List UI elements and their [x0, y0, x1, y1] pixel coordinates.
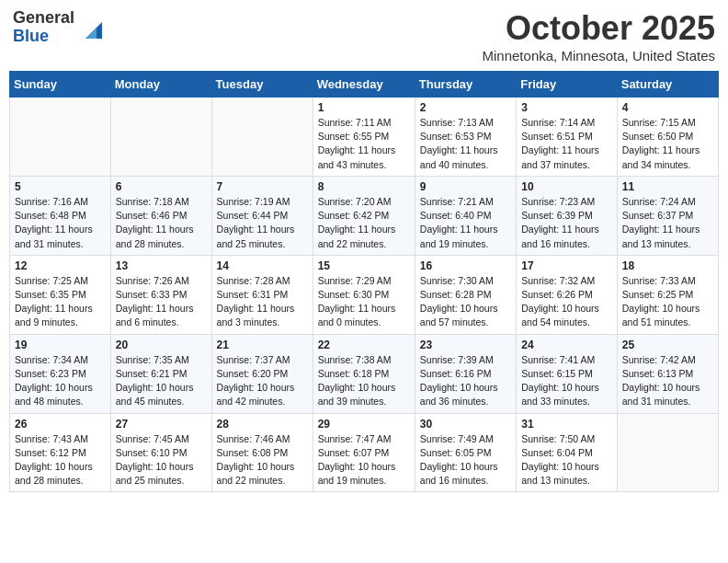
- calendar-week-row: 1Sunrise: 7:11 AM Sunset: 6:55 PM Daylig…: [10, 98, 719, 177]
- calendar-week-row: 19Sunrise: 7:34 AM Sunset: 6:23 PM Dayli…: [10, 334, 719, 413]
- calendar-cell: 29Sunrise: 7:47 AM Sunset: 6:07 PM Dayli…: [313, 413, 415, 492]
- day-number: 27: [116, 418, 207, 431]
- day-info: Sunrise: 7:29 AM Sunset: 6:30 PM Dayligh…: [318, 274, 410, 330]
- calendar-week-row: 12Sunrise: 7:25 AM Sunset: 6:35 PM Dayli…: [10, 255, 719, 334]
- day-number: 9: [420, 180, 511, 193]
- calendar-cell: 1Sunrise: 7:11 AM Sunset: 6:55 PM Daylig…: [313, 98, 415, 177]
- location-text: Minnetonka, Minnesota, United States: [483, 48, 715, 63]
- col-header-tuesday: Tuesday: [211, 72, 313, 98]
- calendar-cell: 6Sunrise: 7:18 AM Sunset: 6:46 PM Daylig…: [110, 176, 211, 255]
- day-number: 6: [116, 180, 207, 193]
- month-title: October 2025: [483, 9, 715, 48]
- calendar-cell: 24Sunrise: 7:41 AM Sunset: 6:15 PM Dayli…: [517, 334, 618, 413]
- day-info: Sunrise: 7:35 AM Sunset: 6:21 PM Dayligh…: [116, 353, 207, 409]
- calendar-cell: 7Sunrise: 7:19 AM Sunset: 6:44 PM Daylig…: [211, 176, 313, 255]
- day-number: 19: [15, 339, 106, 351]
- calendar-cell: 27Sunrise: 7:45 AM Sunset: 6:10 PM Dayli…: [110, 413, 211, 492]
- calendar-cell: 14Sunrise: 7:28 AM Sunset: 6:31 PM Dayli…: [211, 255, 313, 334]
- day-number: 13: [116, 259, 207, 272]
- calendar-cell: 26Sunrise: 7:43 AM Sunset: 6:12 PM Dayli…: [10, 413, 111, 492]
- calendar-week-row: 26Sunrise: 7:43 AM Sunset: 6:12 PM Dayli…: [10, 413, 719, 492]
- calendar-cell: [211, 98, 313, 177]
- day-number: 7: [217, 180, 308, 193]
- calendar-cell: [617, 413, 718, 492]
- col-header-sunday: Sunday: [10, 72, 111, 98]
- day-info: Sunrise: 7:47 AM Sunset: 6:07 PM Dayligh…: [318, 432, 410, 488]
- day-info: Sunrise: 7:13 AM Sunset: 6:53 PM Dayligh…: [420, 116, 511, 172]
- day-number: 26: [15, 418, 106, 431]
- day-info: Sunrise: 7:46 AM Sunset: 6:08 PM Dayligh…: [217, 432, 308, 488]
- day-number: 30: [420, 418, 511, 431]
- calendar-cell: 28Sunrise: 7:46 AM Sunset: 6:08 PM Dayli…: [211, 413, 313, 492]
- calendar-cell: 20Sunrise: 7:35 AM Sunset: 6:21 PM Dayli…: [110, 334, 211, 413]
- day-info: Sunrise: 7:14 AM Sunset: 6:51 PM Dayligh…: [521, 116, 612, 172]
- calendar-cell: 30Sunrise: 7:49 AM Sunset: 6:05 PM Dayli…: [415, 413, 516, 492]
- day-info: Sunrise: 7:49 AM Sunset: 6:05 PM Dayligh…: [420, 432, 511, 488]
- day-info: Sunrise: 7:38 AM Sunset: 6:18 PM Dayligh…: [318, 353, 410, 409]
- day-number: 22: [318, 339, 410, 351]
- logo-blue-text: Blue: [13, 28, 74, 46]
- day-info: Sunrise: 7:20 AM Sunset: 6:42 PM Dayligh…: [318, 195, 410, 251]
- col-header-wednesday: Wednesday: [313, 72, 415, 98]
- day-info: Sunrise: 7:30 AM Sunset: 6:28 PM Dayligh…: [420, 274, 511, 330]
- day-info: Sunrise: 7:45 AM Sunset: 6:10 PM Dayligh…: [116, 432, 207, 488]
- day-number: 16: [420, 259, 511, 272]
- day-number: 24: [521, 339, 612, 351]
- day-info: Sunrise: 7:37 AM Sunset: 6:20 PM Dayligh…: [217, 353, 308, 409]
- day-number: 10: [521, 180, 612, 193]
- logo-general-text: General: [13, 9, 74, 28]
- day-info: Sunrise: 7:25 AM Sunset: 6:35 PM Dayligh…: [15, 274, 106, 330]
- calendar-cell: 22Sunrise: 7:38 AM Sunset: 6:18 PM Dayli…: [313, 334, 415, 413]
- day-info: Sunrise: 7:15 AM Sunset: 6:50 PM Dayligh…: [622, 116, 713, 172]
- calendar-cell: 4Sunrise: 7:15 AM Sunset: 6:50 PM Daylig…: [617, 98, 718, 177]
- calendar-cell: 11Sunrise: 7:24 AM Sunset: 6:37 PM Dayli…: [617, 176, 718, 255]
- day-info: Sunrise: 7:33 AM Sunset: 6:25 PM Dayligh…: [622, 274, 713, 330]
- day-info: Sunrise: 7:19 AM Sunset: 6:44 PM Dayligh…: [217, 195, 308, 251]
- calendar-cell: 5Sunrise: 7:16 AM Sunset: 6:48 PM Daylig…: [10, 176, 111, 255]
- day-info: Sunrise: 7:11 AM Sunset: 6:55 PM Dayligh…: [318, 116, 410, 172]
- col-header-saturday: Saturday: [617, 72, 718, 98]
- calendar-table: SundayMondayTuesdayWednesdayThursdayFrid…: [9, 71, 719, 492]
- day-info: Sunrise: 7:32 AM Sunset: 6:26 PM Dayligh…: [521, 274, 612, 330]
- calendar-cell: 9Sunrise: 7:21 AM Sunset: 6:40 PM Daylig…: [415, 176, 516, 255]
- day-info: Sunrise: 7:41 AM Sunset: 6:15 PM Dayligh…: [521, 353, 612, 409]
- day-number: 20: [116, 339, 207, 351]
- day-number: 8: [318, 180, 410, 193]
- calendar-cell: 12Sunrise: 7:25 AM Sunset: 6:35 PM Dayli…: [10, 255, 111, 334]
- day-number: 3: [521, 101, 612, 114]
- calendar-week-row: 5Sunrise: 7:16 AM Sunset: 6:48 PM Daylig…: [10, 176, 719, 255]
- calendar-cell: 3Sunrise: 7:14 AM Sunset: 6:51 PM Daylig…: [517, 98, 618, 177]
- day-number: 25: [622, 339, 713, 351]
- day-number: 1: [318, 101, 410, 114]
- day-info: Sunrise: 7:26 AM Sunset: 6:33 PM Dayligh…: [116, 274, 207, 330]
- logo-icon: [76, 13, 106, 42]
- logo: General Blue: [13, 9, 106, 46]
- day-info: Sunrise: 7:50 AM Sunset: 6:04 PM Dayligh…: [521, 432, 612, 488]
- day-number: 15: [318, 259, 410, 272]
- calendar-cell: 15Sunrise: 7:29 AM Sunset: 6:30 PM Dayli…: [313, 255, 415, 334]
- calendar-cell: [110, 98, 211, 177]
- day-number: 28: [217, 418, 308, 431]
- day-info: Sunrise: 7:39 AM Sunset: 6:16 PM Dayligh…: [420, 353, 511, 409]
- day-number: 5: [15, 180, 106, 193]
- day-number: 4: [622, 101, 713, 114]
- day-info: Sunrise: 7:42 AM Sunset: 6:13 PM Dayligh…: [622, 353, 713, 409]
- calendar-cell: 17Sunrise: 7:32 AM Sunset: 6:26 PM Dayli…: [517, 255, 618, 334]
- day-number: 12: [15, 259, 106, 272]
- day-number: 17: [521, 259, 612, 272]
- title-block: October 2025 Minnetonka, Minnesota, Unit…: [483, 9, 715, 63]
- day-info: Sunrise: 7:16 AM Sunset: 6:48 PM Dayligh…: [15, 195, 106, 251]
- day-info: Sunrise: 7:43 AM Sunset: 6:12 PM Dayligh…: [15, 432, 106, 488]
- day-info: Sunrise: 7:34 AM Sunset: 6:23 PM Dayligh…: [15, 353, 106, 409]
- calendar-cell: 18Sunrise: 7:33 AM Sunset: 6:25 PM Dayli…: [617, 255, 718, 334]
- calendar-cell: 23Sunrise: 7:39 AM Sunset: 6:16 PM Dayli…: [415, 334, 516, 413]
- day-number: 2: [420, 101, 511, 114]
- calendar-cell: 31Sunrise: 7:50 AM Sunset: 6:04 PM Dayli…: [517, 413, 618, 492]
- calendar-cell: [10, 98, 111, 177]
- page-header: General Blue October 2025 Minnetonka, Mi…: [9, 9, 719, 63]
- day-number: 31: [521, 418, 612, 431]
- calendar-cell: 2Sunrise: 7:13 AM Sunset: 6:53 PM Daylig…: [415, 98, 516, 177]
- calendar-cell: 19Sunrise: 7:34 AM Sunset: 6:23 PM Dayli…: [10, 334, 111, 413]
- calendar-cell: 8Sunrise: 7:20 AM Sunset: 6:42 PM Daylig…: [313, 176, 415, 255]
- calendar-cell: 25Sunrise: 7:42 AM Sunset: 6:13 PM Dayli…: [617, 334, 718, 413]
